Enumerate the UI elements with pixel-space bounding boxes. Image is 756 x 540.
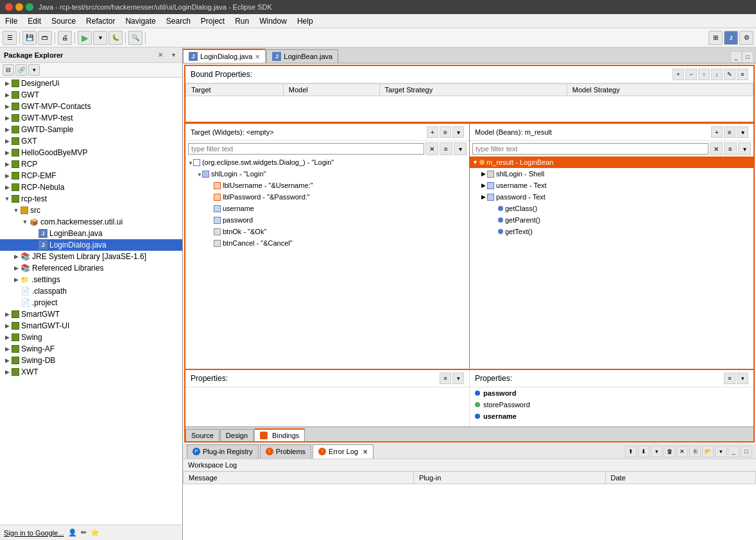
tree-item-classpath[interactable]: ▶ 📄 .classpath (0, 285, 182, 297)
target-filter-dropdown[interactable]: ▾ (454, 142, 467, 155)
settings-button[interactable]: ⚙ (739, 31, 753, 45)
debug-button[interactable]: 🐛 (108, 31, 123, 45)
search-button[interactable]: 🔍 (128, 31, 142, 45)
error-log-close[interactable]: ✕ (363, 448, 368, 455)
bound-edit-icon[interactable]: ✎ (724, 69, 735, 80)
model-filter-dropdown[interactable]: ▾ (738, 142, 751, 155)
bean-mresult-item[interactable]: ▼ m_result - LoginBean (470, 156, 753, 168)
target-filter-btn[interactable]: ▾ (452, 126, 464, 138)
tree-item-project-file[interactable]: ▶ 📄 .project (0, 297, 182, 308)
tab-logindialog[interactable]: J LoginDialog.java ✕ (183, 49, 266, 63)
menu-navigate[interactable]: Navigate (120, 15, 160, 27)
widget-lblpassword-item[interactable]: lblPassword - "&Password:" (185, 191, 469, 203)
package-explorer-menu[interactable]: ▾ (168, 50, 178, 60)
tab-plugin-registry[interactable]: P Plug-in Registry (187, 444, 259, 459)
tree-item-smartgwt-ui[interactable]: ▶ SmartGWT-UI (0, 320, 182, 332)
view-menu-button[interactable]: ▾ (28, 64, 40, 76)
bean-shllogin-item[interactable]: ▶ shlLogin - Shell (470, 168, 753, 180)
tree-item-swing-af[interactable]: ▶ Swing-AF (0, 343, 182, 355)
link-with-editor-button[interactable]: 🔗 (15, 64, 27, 76)
bound-props-icon[interactable]: ≡ (737, 69, 748, 80)
menu-refactor[interactable]: Refactor (81, 15, 120, 27)
target-filter-input[interactable] (188, 143, 424, 155)
maximize-bottom-btn[interactable]: □ (741, 446, 752, 457)
bound-add-icon[interactable]: + (673, 69, 684, 80)
tree-item-loginbean[interactable]: ▶ J LoginBean.java (0, 228, 182, 239)
import-log-btn[interactable]: ⬇ (638, 446, 649, 457)
target-filter-options[interactable]: ≡ (440, 142, 452, 155)
target-filter-clear[interactable]: ✕ (425, 142, 438, 155)
tree-item-logindialog[interactable]: ▶ J LoginDialog.java (0, 239, 182, 251)
collapse-all-button[interactable]: ⊟ (3, 64, 14, 76)
open-log-btn[interactable]: 📂 (702, 446, 714, 457)
widget-shllogin-item[interactable]: shlLogin - "Login" (185, 168, 469, 180)
widget-lblusername-item[interactable]: lblUsername - "&Username:" (185, 180, 469, 191)
tab-close-logindialog[interactable]: ✕ (255, 53, 260, 60)
delete-log-btn[interactable]: ✕ (676, 446, 688, 457)
minimize-bottom-btn[interactable]: _ (728, 446, 739, 457)
model-filter-input[interactable] (472, 143, 709, 155)
menu-search[interactable]: Search (161, 15, 196, 27)
props-right-btn2[interactable]: ▾ (737, 373, 748, 384)
tree-item-rcp-emf[interactable]: ▶ RCP-EMF (0, 170, 182, 181)
model-add-btn[interactable]: + (711, 126, 723, 138)
export-log-btn[interactable]: ⬆ (625, 446, 637, 457)
save-all-button[interactable]: 🗃 (38, 31, 52, 45)
print-button[interactable]: 🖨 (58, 31, 72, 45)
perspectives-button[interactable]: ⊞ (709, 31, 723, 45)
tree-item-designerui[interactable]: ▶ DesignerUi (0, 78, 182, 89)
java-perspective[interactable]: J (724, 31, 738, 45)
tree-item-rcp-test[interactable]: ▼ rcp-test (0, 193, 182, 205)
tree-item-xwt[interactable]: ▶ XWT (0, 366, 182, 378)
props-left-btn1[interactable]: ≡ (440, 373, 451, 384)
copy-log-btn[interactable]: ⎘ (689, 446, 701, 457)
model-filter-options[interactable]: ≡ (724, 142, 737, 155)
tree-item-gwt-mvp-test[interactable]: ▶ GWT-MVP-test (0, 112, 182, 124)
tree-item-hellogoodbyemvp[interactable]: ▶ HelloGoodByeMVP (0, 147, 182, 158)
minimize-button[interactable] (15, 3, 23, 11)
minimize-editor-button[interactable]: _ (730, 51, 742, 63)
run-button[interactable]: ▶ (78, 31, 92, 45)
menu-run[interactable]: Run (230, 15, 254, 27)
maximize-editor-button[interactable]: □ (742, 51, 753, 63)
widget-btncancel-item[interactable]: btnCancel - "&Cancel" (185, 237, 469, 249)
tab-design[interactable]: Design (220, 429, 253, 441)
prop-password[interactable]: password (470, 387, 753, 399)
run-dropdown[interactable]: ▾ (93, 31, 107, 45)
widget-password-item[interactable]: password (185, 214, 469, 226)
menu-project[interactable]: Project (196, 15, 230, 27)
model-menu-btn[interactable]: ≡ (724, 126, 735, 138)
tree-item-src[interactable]: ▼ src (0, 205, 182, 216)
tree-item-gxt[interactable]: ▶ GXT (0, 135, 182, 147)
tree-item-rcp[interactable]: ▶ RCP (0, 158, 182, 170)
tree-item-gwtd-sample[interactable]: ▶ GWTD-Sample (0, 124, 182, 135)
menu-source[interactable]: Source (46, 15, 81, 27)
props-right-btn1[interactable]: ≡ (724, 373, 735, 384)
sign-in-link[interactable]: Sign in to Google... (4, 529, 64, 537)
tree-item-gwt[interactable]: ▶ GWT (0, 89, 182, 101)
model-filter-clear[interactable]: ✕ (710, 142, 723, 155)
bean-getparent-item[interactable]: getParent() (470, 214, 753, 226)
tree-item-swing-db[interactable]: ▶ Swing-DB (0, 355, 182, 366)
widget-dialog-item[interactable]: (org.eclipse.swt.widgets.Dialog_) - "Log… (185, 156, 469, 168)
bound-up-icon[interactable]: ↑ (698, 69, 710, 80)
tree-item-swing[interactable]: ▶ Swing (0, 332, 182, 343)
clear-log-btn[interactable]: 🗑 (664, 446, 675, 457)
log-menu-btn[interactable]: ▾ (715, 446, 726, 457)
widget-shllogin-arrow[interactable] (197, 170, 202, 178)
new-button[interactable]: ☰ (3, 31, 17, 45)
target-add-btn[interactable]: + (427, 126, 438, 138)
log-filter-btn[interactable]: ▾ (651, 446, 662, 457)
close-button[interactable] (5, 3, 13, 11)
tree-item-settings[interactable]: ▶ 📁 .settings (0, 274, 182, 285)
tree-item-smartgwt[interactable]: ▶ SmartGWT (0, 308, 182, 320)
widget-btnok-item[interactable]: btnOk - "&Ok" (185, 226, 469, 237)
widget-dialog-arrow[interactable] (188, 158, 193, 166)
props-left-btn2[interactable]: ▾ (452, 373, 464, 384)
save-button[interactable]: 💾 (22, 31, 37, 45)
prop-storepassword[interactable]: storePassword (470, 399, 753, 410)
bean-username-item[interactable]: ▶ username - Text (470, 180, 753, 191)
window-controls[interactable] (5, 3, 33, 11)
bean-password-item[interactable]: ▶ password - Text (470, 191, 753, 203)
menu-window[interactable]: Window (254, 15, 292, 27)
